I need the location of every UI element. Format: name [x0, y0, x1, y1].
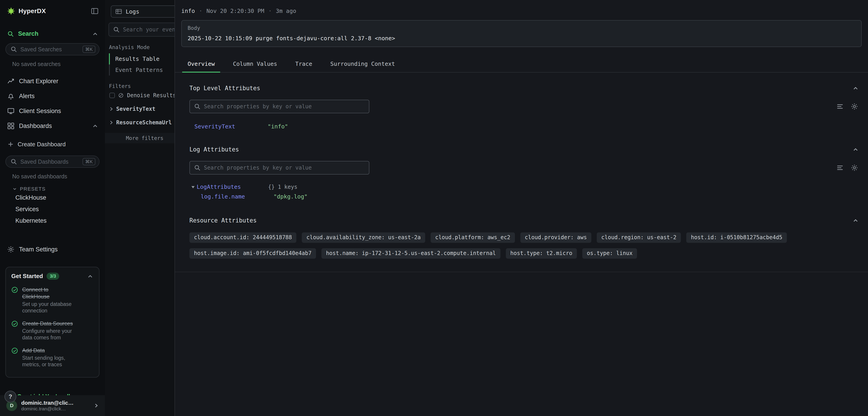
- resource-chip[interactable]: cloud.provider: aws: [520, 232, 592, 243]
- no-saved-dashboards-note: No saved dashboards: [0, 168, 105, 180]
- chevron-up-icon[interactable]: [852, 146, 859, 153]
- sidebar-item-label: Alerts: [19, 93, 98, 100]
- saved-searches-input[interactable]: Saved Searches ⌘K: [5, 43, 99, 55]
- property-search-input[interactable]: [204, 165, 365, 171]
- get-started-item-sources[interactable]: Create Data Sources Configure where your…: [11, 320, 94, 341]
- source-select[interactable]: Logs: [111, 5, 175, 18]
- attribute-key[interactable]: log.file.name: [201, 193, 274, 200]
- property-search[interactable]: [189, 161, 369, 175]
- get-started-item-desc: Set up your database connection: [22, 301, 77, 314]
- resource-chip[interactable]: cloud.region: us-east-2: [597, 232, 681, 243]
- section-log-attributes: Log Attributes LogAttributes {}: [175, 146, 868, 200]
- sidebar-item-dashboards[interactable]: Dashboards: [0, 118, 105, 133]
- chevron-up-icon[interactable]: [92, 122, 98, 129]
- attribute-tree-root: LogAttributes {} 1 keys: [189, 184, 861, 190]
- sidebar-collapse-icon[interactable]: [91, 7, 98, 15]
- user-email: dominic.tran@click…: [21, 406, 89, 412]
- sidebar-item-alerts[interactable]: Alerts: [0, 89, 105, 103]
- tab-column-values[interactable]: Column Values: [227, 57, 283, 72]
- tree-expand-caret-icon[interactable]: [190, 184, 196, 190]
- resource-chip[interactable]: host.image.id: ami-0f5fcdfbd140e4ab7: [189, 248, 316, 259]
- resource-chip[interactable]: host.name: ip-172-31-12-5.us-east-2.comp…: [321, 248, 500, 259]
- preset-item-services[interactable]: Services: [0, 204, 105, 215]
- attribute-value[interactable]: "dpkg.log": [274, 193, 308, 200]
- get-started-item-connect[interactable]: Connect to ClickHouse Set up your databa…: [11, 286, 94, 314]
- body-content: 2025-10-22 10:15:09 purge fonts-dejavu-c…: [188, 35, 855, 41]
- circle-slash-icon: [118, 92, 124, 98]
- chevron-up-icon[interactable]: [852, 85, 859, 92]
- filter-expander-resourceschemaurl[interactable]: ResourceSchemaUrl: [108, 119, 175, 126]
- event-search-input[interactable]: Search your event: [108, 23, 175, 37]
- attribute-value[interactable]: "info": [268, 123, 288, 130]
- resource-chip[interactable]: cloud.platform: aws_ec2: [431, 232, 515, 243]
- denoise-results-checkbox[interactable]: Denoise Results: [110, 92, 175, 98]
- brand-name: HyperDX: [19, 7, 87, 15]
- section-resource-attributes: Resource Attributes cloud.account.id: 24…: [175, 217, 868, 259]
- tab-surrounding-context[interactable]: Surrounding Context: [325, 57, 400, 72]
- presets-toggle[interactable]: PRESETS: [12, 186, 105, 192]
- chevron-right-icon: [108, 106, 114, 112]
- attribute-row: log.file.name "dpkg.log": [189, 193, 861, 200]
- sidebar-item-client-sessions[interactable]: Client Sessions: [0, 103, 105, 118]
- resource-chip[interactable]: cloud.availability_zone: us-east-2a: [302, 232, 425, 243]
- attribute-key[interactable]: LogAttributes: [197, 184, 268, 190]
- search-icon: [194, 165, 201, 171]
- search-filter-panel: Logs Search your event Analysis Mode Res…: [105, 0, 175, 416]
- check-circle-icon: [11, 347, 18, 354]
- log-relative-time: 3m ago: [276, 8, 296, 14]
- preset-item-clickhouse[interactable]: ClickHouse: [0, 192, 105, 204]
- chevron-up-icon[interactable]: [852, 217, 859, 224]
- more-filters-button[interactable]: More filters: [105, 133, 175, 143]
- chevron-down-icon: [12, 186, 17, 191]
- search-icon: [194, 103, 201, 110]
- resource-chip[interactable]: os.type: linux: [582, 248, 637, 259]
- resource-chip[interactable]: host.type: t2.micro: [506, 248, 577, 259]
- property-search[interactable]: [189, 100, 369, 113]
- get-started-card: Get Started 3/3 Connect to ClickHouse Se…: [5, 267, 99, 378]
- preset-item-kubernetes[interactable]: Kubernetes: [0, 215, 105, 227]
- property-search-input[interactable]: [204, 103, 365, 110]
- filter-expander-severitytext[interactable]: SeverityText: [108, 106, 175, 112]
- mode-event-patterns[interactable]: Event Patterns: [109, 64, 175, 76]
- create-dashboard-label: Create Dashboard: [18, 141, 66, 148]
- shortcut-badge: ⌘K: [83, 46, 95, 53]
- list-lines-icon[interactable]: [836, 164, 844, 171]
- get-started-header[interactable]: Get Started 3/3: [11, 273, 94, 280]
- sidebar-item-label: Chart Explorer: [19, 78, 98, 85]
- mode-results-table[interactable]: Results Table: [109, 53, 175, 64]
- monitor-icon: [7, 108, 14, 115]
- sidebar-item-chart-explorer[interactable]: Chart Explorer: [0, 74, 105, 89]
- saved-dashboards-input[interactable]: Saved Dashboards ⌘K: [5, 155, 99, 168]
- gear-icon[interactable]: [851, 103, 858, 110]
- section-title: Top Level Attributes: [189, 85, 260, 92]
- sidebar-nav: Chart Explorer Alerts Client Sessions Da…: [0, 74, 105, 133]
- section-title: Log Attributes: [189, 146, 239, 153]
- tab-overview[interactable]: Overview: [182, 57, 220, 72]
- sidebar-item-team-settings[interactable]: Team Settings: [0, 242, 105, 257]
- team-settings-nav: Team Settings: [0, 242, 105, 257]
- filters-label: Filters: [109, 83, 175, 89]
- attribute-key[interactable]: SeverityText: [194, 123, 268, 130]
- detail-tabs: Overview Column Values Trace Surrounding…: [175, 57, 868, 72]
- brand-row: HyperDX: [0, 0, 105, 17]
- resource-chip[interactable]: cloud.account.id: 244449518788: [189, 232, 296, 243]
- log-severity: info: [181, 8, 195, 14]
- get-started-item-add-data[interactable]: Add Data Start sending logs, metrics, or…: [11, 347, 94, 368]
- list-lines-icon[interactable]: [836, 103, 844, 110]
- get-started-item-desc: Configure where your data comes from: [22, 328, 77, 341]
- sidebar-item-label: Dashboards: [19, 122, 87, 129]
- create-dashboard-button[interactable]: Create Dashboard: [0, 139, 105, 150]
- help-button[interactable]: ?: [4, 391, 16, 403]
- search-section-header[interactable]: Search: [0, 30, 105, 37]
- dot-separator: ·: [268, 8, 272, 14]
- tab-trace[interactable]: Trace: [290, 57, 318, 72]
- resource-chip[interactable]: host.id: i-0510b81275acbe4d5: [686, 232, 787, 243]
- log-detail-drawer: info · Nov 20 2:20:30 PM · 3m ago Body 2…: [175, 0, 868, 416]
- user-name: dominic.tran@clic…: [21, 400, 89, 406]
- saved-searches-placeholder: Saved Searches: [20, 46, 79, 53]
- gear-icon[interactable]: [851, 164, 858, 171]
- section-title: Resource Attributes: [189, 217, 256, 224]
- chevron-up-icon[interactable]: [92, 31, 98, 37]
- get-started-item-title: Add Data: [22, 347, 77, 354]
- chevron-up-icon[interactable]: [87, 273, 94, 280]
